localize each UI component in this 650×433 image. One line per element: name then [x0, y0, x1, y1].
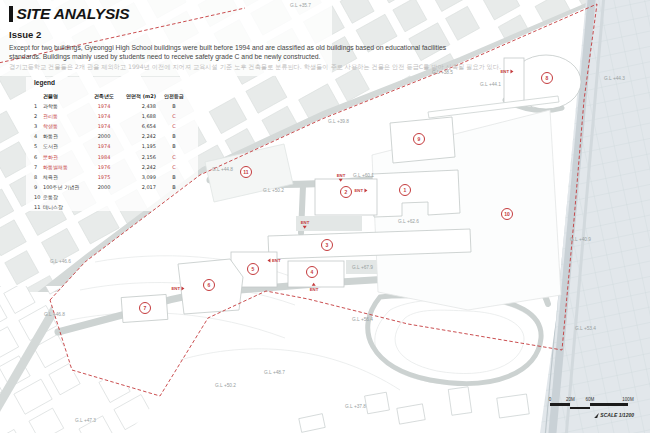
legend-row: 4화동관20002,242B — [34, 131, 190, 141]
legend-cell-name: 체육관 — [43, 174, 91, 180]
legend-col-area: 연면적 (m2) — [117, 93, 161, 99]
legend-row: 3학생동19746,654C — [34, 121, 190, 131]
legend-cell-year: 1974 — [91, 143, 117, 149]
legend-cell-name: 학생동 — [43, 123, 91, 129]
header: SITE ANALYSIS Issue 2 Except for two bui… — [9, 5, 501, 72]
legend-cell-area: 2,156 — [117, 154, 161, 160]
scale-tick-label: 60M — [585, 397, 594, 402]
legend-cell-grade: B — [161, 184, 187, 190]
legend-col-grade: 안전등급 — [161, 93, 187, 99]
legend-cell-no: 1 — [34, 103, 43, 109]
legend-row: 5도서관19741,195B — [34, 141, 190, 151]
description-korean: 경기고등학교 건물들은 2개 관을 제외하고 1994년 이전에 지어져 교육시… — [9, 63, 501, 72]
legend-cell-no: 10 — [34, 194, 43, 200]
description-line-1: Except for two buildings, Gyeonggi High … — [9, 43, 501, 52]
legend-cell-name: 테니스장 — [43, 204, 91, 210]
legend-cell-no: 5 — [34, 143, 43, 149]
legend-cell-name: 100주년 기념관 — [43, 184, 91, 190]
legend-cell-area: 2,242 — [117, 133, 161, 139]
legend-row: 1과학동19742,438B — [34, 101, 190, 111]
page-title: SITE ANALYSIS — [17, 5, 130, 23]
legend-row: 11테니스장 — [34, 202, 190, 212]
legend-row: 10운동장 — [34, 192, 190, 202]
legend-cell-year: 2000 — [91, 184, 117, 190]
legend-cell-area: 6,654 — [117, 123, 161, 129]
legend-cell-year: 1974 — [91, 103, 117, 109]
north-arrow-icon — [595, 413, 600, 418]
legend-cell-grade: C — [161, 164, 187, 170]
legend-cell-name: 화동관 — [43, 133, 91, 139]
legend-cell-name: 과학동 — [43, 103, 91, 109]
legend-cell-name: 관리동 — [43, 113, 91, 119]
legend-cell-area: 2,017 — [117, 184, 161, 190]
legend-cell-year: 1975 — [91, 174, 117, 180]
legend-header-row: 건물명 건축년도 연면적 (m2) 안전등급 — [34, 90, 190, 101]
legend-cell-year: 2000 — [91, 133, 117, 139]
legend-cell-grade: B — [161, 143, 187, 149]
legend-cell-grade: B — [161, 174, 187, 180]
legend-cell-no: 4 — [34, 133, 43, 139]
legend-row: 6문화관19842,156C — [34, 151, 190, 161]
legend-cell-name: 운동장 — [43, 194, 91, 200]
scale-bar-segment — [550, 403, 570, 406]
legend-row: 7화동별채동19762,242C — [34, 162, 190, 172]
legend-row: 9100주년 기념관20002,017B — [34, 182, 190, 192]
legend-table: legend 건물명 건축년도 연면적 (m2) 안전등급 1과학동19742,… — [34, 79, 190, 212]
legend-cell-grade: B — [161, 133, 187, 139]
legend-cell-grade: C — [161, 154, 187, 160]
legend-cell-name: 문화관 — [43, 154, 91, 160]
legend-rows: 1과학동19742,438B2관리동19741,688C3학생동19746,65… — [34, 101, 190, 212]
legend-cell-no: 3 — [34, 123, 43, 129]
legend-cell-year: 1984 — [91, 154, 117, 160]
legend-cell-year: 1976 — [91, 164, 117, 170]
issue-label: Issue 2 — [9, 29, 501, 40]
legend-cell-no: 6 — [34, 154, 43, 160]
legend-cell-area: 1,688 — [117, 113, 161, 119]
legend-row: 8체육관19753,099B — [34, 172, 190, 182]
scale-tick-label: 100M — [622, 397, 633, 402]
scale-bar-row-1 — [550, 403, 628, 406]
legend-cell-name: 화동별채동 — [43, 164, 91, 170]
scale-bar-row-2 — [550, 407, 628, 410]
legend-cell-no: 11 — [34, 204, 43, 210]
legend-col-year: 건축년도 — [91, 93, 117, 99]
scale-bar-segment — [570, 407, 590, 410]
scale-bar-segment — [590, 403, 628, 406]
legend-cell-grade: C — [161, 123, 187, 129]
legend-cell-area: 1,195 — [117, 143, 161, 149]
scale-caption: SCALE 1/1200 — [595, 412, 634, 418]
scale-bar: 020M60M100M SCALE 1/1200 — [550, 397, 628, 427]
legend-cell-name: 도서관 — [43, 143, 91, 149]
legend-cell-grade: C — [161, 113, 187, 119]
legend-cell-grade: B — [161, 103, 187, 109]
site-analysis-sheet: SITE ANALYSIS Issue 2 Except for two bui… — [0, 0, 650, 433]
legend-cell-no: 8 — [34, 174, 43, 180]
scale-tick-label: 20M — [566, 397, 575, 402]
legend-cell-year: 1974 — [91, 123, 117, 129]
legend-cell-area: 3,099 — [117, 174, 161, 180]
title-bar — [9, 6, 13, 22]
legend-cell-year: 1974 — [91, 113, 117, 119]
legend-cell-no: 7 — [34, 164, 43, 170]
legend-cell-no: 9 — [34, 184, 43, 190]
scale-caption-text: SCALE 1/1200 — [600, 412, 634, 418]
legend-cell-no: 2 — [34, 113, 43, 119]
legend-cell-area: 2,438 — [117, 103, 161, 109]
scale-tick-label: 0 — [549, 397, 552, 402]
legend-cell-area: 2,242 — [117, 164, 161, 170]
legend-col-name: 건물명 — [43, 93, 91, 99]
legend-row: 2관리동19741,688C — [34, 111, 190, 121]
description-line-2: standards. Buildings mainly used by stud… — [9, 52, 501, 61]
offsite-buildings-south — [299, 387, 529, 433]
legend-heading: legend — [34, 79, 190, 86]
